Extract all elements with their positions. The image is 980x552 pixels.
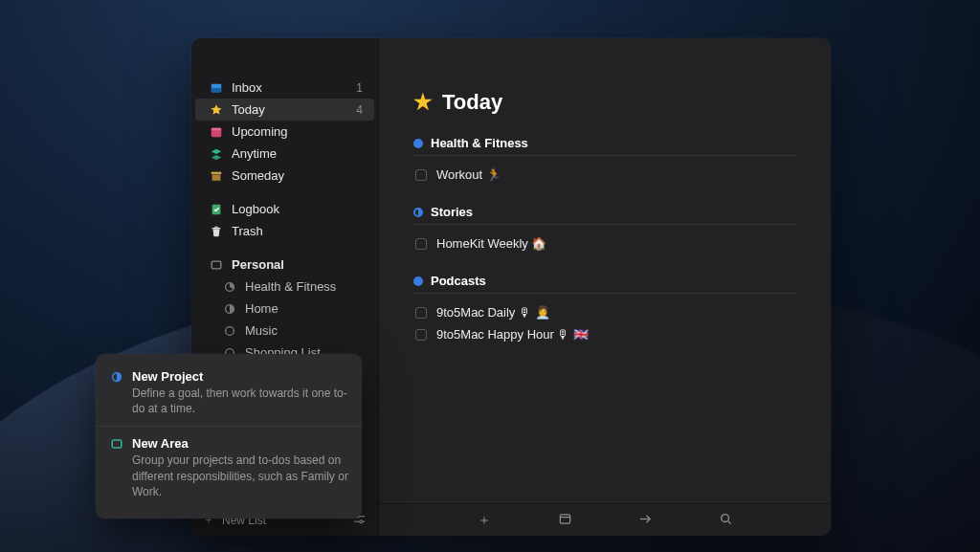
schedule-button[interactable] bbox=[556, 512, 573, 529]
star-icon: ★ bbox=[413, 90, 433, 115]
svg-rect-6 bbox=[212, 174, 220, 180]
calendar-icon bbox=[209, 124, 223, 139]
todo-item[interactable]: 9to5Mac Happy Hour 🎙 🇬🇧 bbox=[413, 323, 796, 345]
project-icon bbox=[109, 369, 123, 384]
project-progress-icon bbox=[222, 323, 236, 338]
sidebar-item-label: Logbook bbox=[232, 202, 279, 216]
sidebar-item-label: Health & Fitness bbox=[245, 279, 336, 294]
popover-item-title: New Project bbox=[132, 369, 203, 384]
project-progress-icon bbox=[222, 279, 236, 294]
section-header[interactable]: Health & Fitness bbox=[413, 136, 796, 156]
popover-new-area[interactable]: New Area Group your projects and to-dos … bbox=[96, 426, 362, 509]
page-title-text: Today bbox=[442, 90, 502, 115]
area-icon bbox=[109, 436, 123, 451]
todo-item[interactable]: 9to5Mac Daily 🎙 👩‍💼 bbox=[413, 301, 796, 323]
checkbox[interactable] bbox=[415, 307, 427, 319]
checkbox[interactable] bbox=[415, 169, 427, 181]
checkbox[interactable] bbox=[415, 238, 427, 250]
project-progress-icon bbox=[222, 301, 236, 316]
sidebar-item-label: Music bbox=[245, 323, 278, 338]
section-header[interactable]: Podcasts bbox=[413, 274, 796, 294]
sidebar-item-someday[interactable]: Someday bbox=[195, 165, 374, 187]
sidebar-item-logbook[interactable]: Logbook bbox=[195, 198, 374, 220]
section-podcasts: Podcasts 9to5Mac Daily 🎙 👩‍💼 9to5Mac Hap… bbox=[413, 274, 796, 345]
svg-point-11 bbox=[225, 326, 234, 335]
popover-item-desc: Group your projects and to-dos based on … bbox=[109, 453, 348, 499]
inbox-icon bbox=[209, 80, 223, 95]
svg-point-16 bbox=[360, 519, 363, 522]
popover-new-project[interactable]: New Project Define a goal, then work tow… bbox=[96, 364, 362, 426]
sidebar-area-personal[interactable]: Personal bbox=[195, 254, 374, 276]
section-title: Podcasts bbox=[431, 274, 486, 288]
sidebar-item-label: Inbox bbox=[232, 80, 262, 95]
svg-point-20 bbox=[721, 514, 728, 521]
section-health: Health & Fitness Workout 🏃 bbox=[413, 136, 796, 186]
archive-icon bbox=[209, 168, 223, 183]
sidebar-item-label: Trash bbox=[232, 224, 263, 238]
todo-title: 9to5Mac Happy Hour 🎙 🇬🇧 bbox=[436, 327, 589, 342]
new-list-popover: New Project Define a goal, then work tow… bbox=[96, 354, 362, 519]
svg-rect-8 bbox=[212, 261, 221, 269]
search-button[interactable] bbox=[717, 512, 734, 529]
todo-item[interactable]: Workout 🏃 bbox=[413, 164, 796, 186]
project-dot-icon bbox=[413, 208, 423, 217]
project-dot-icon bbox=[413, 276, 423, 286]
star-icon bbox=[209, 102, 223, 117]
sidebar-project-home[interactable]: Home bbox=[195, 298, 374, 320]
popover-item-title: New Area bbox=[132, 436, 189, 451]
sidebar-item-inbox[interactable]: Inbox 1 bbox=[195, 77, 374, 99]
sidebar-item-trash[interactable]: Trash bbox=[195, 220, 374, 242]
todo-title: 9to5Mac Daily 🎙 👩‍💼 bbox=[436, 305, 550, 320]
sidebar-project-music[interactable]: Music bbox=[195, 320, 374, 342]
sidebar-item-count: 4 bbox=[356, 103, 363, 117]
svg-rect-7 bbox=[212, 204, 220, 214]
sidebar-project-health[interactable]: Health & Fitness bbox=[195, 276, 374, 298]
page-title: ★ Today bbox=[413, 90, 796, 115]
sidebar-item-label: Upcoming bbox=[232, 124, 288, 139]
move-button[interactable] bbox=[636, 512, 654, 529]
bottom-toolbar: ＋ bbox=[379, 503, 831, 536]
section-stories: Stories HomeKit Weekly 🏠 bbox=[413, 205, 796, 254]
sidebar-item-anytime[interactable]: Anytime bbox=[195, 143, 374, 165]
new-todo-button[interactable]: ＋ bbox=[476, 512, 493, 529]
svg-rect-23 bbox=[112, 440, 122, 448]
popover-item-desc: Define a goal, then work towards it one … bbox=[109, 386, 348, 416]
main-pane: ★ Today Health & Fitness Workout 🏃 Stori… bbox=[379, 38, 831, 536]
todo-item[interactable]: HomeKit Weekly 🏠 bbox=[413, 232, 796, 254]
sidebar-item-label: Home bbox=[245, 301, 278, 316]
todo-title: Workout 🏃 bbox=[436, 167, 501, 182]
todo-title: HomeKit Weekly 🏠 bbox=[436, 236, 546, 251]
sidebar-item-label: Personal bbox=[232, 257, 284, 272]
sidebar-item-today[interactable]: Today 4 bbox=[195, 99, 374, 121]
logbook-icon bbox=[209, 202, 223, 216]
svg-rect-2 bbox=[211, 88, 221, 92]
stack-icon bbox=[209, 146, 223, 161]
sidebar-item-label: Someday bbox=[232, 168, 284, 183]
sidebar-item-upcoming[interactable]: Upcoming bbox=[195, 121, 374, 143]
checkbox[interactable] bbox=[415, 329, 427, 341]
sidebar-item-count: 1 bbox=[356, 81, 363, 95]
svg-rect-4 bbox=[211, 127, 221, 130]
project-dot-icon bbox=[413, 139, 423, 148]
sidebar-item-label: Today bbox=[232, 102, 265, 117]
trash-icon bbox=[209, 224, 223, 238]
svg-rect-17 bbox=[560, 514, 569, 522]
section-title: Health & Fitness bbox=[431, 136, 528, 150]
area-icon bbox=[209, 257, 223, 272]
section-title: Stories bbox=[431, 205, 473, 219]
svg-line-21 bbox=[727, 520, 730, 523]
sidebar-item-label: Anytime bbox=[232, 146, 277, 161]
svg-rect-5 bbox=[211, 171, 221, 174]
section-header[interactable]: Stories bbox=[413, 205, 796, 225]
